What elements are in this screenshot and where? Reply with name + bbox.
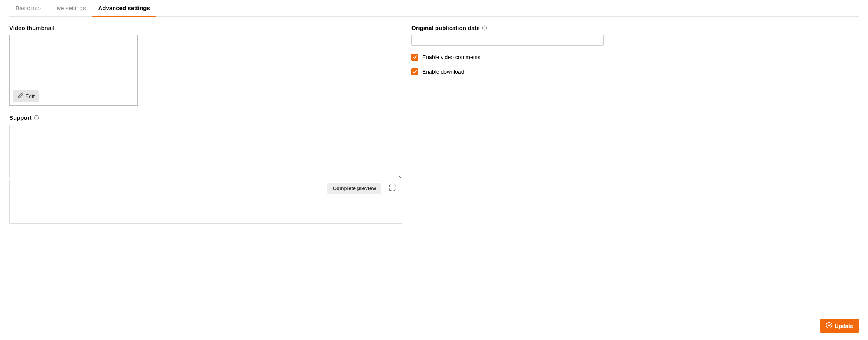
video-thumbnail-label: Video thumbnail	[9, 24, 402, 31]
publication-date-label-text: Original publication date	[411, 24, 480, 31]
enable-download-checkbox[interactable]	[411, 68, 418, 75]
enable-download-row: Enable download	[411, 68, 604, 75]
complete-preview-button[interactable]: Complete preview	[327, 183, 382, 194]
content-area: Video thumbnail Edit Support	[9, 24, 859, 224]
check-icon	[412, 69, 418, 75]
enable-comments-row: Enable video comments	[411, 54, 604, 61]
fullscreen-icon	[388, 184, 396, 193]
support-preview-area	[9, 197, 402, 224]
publication-date-input[interactable]	[411, 35, 604, 46]
support-label: Support	[9, 114, 402, 121]
support-textarea[interactable]	[9, 125, 402, 178]
support-section: Support Complete preview	[9, 114, 402, 224]
help-icon[interactable]	[33, 115, 40, 121]
help-icon[interactable]	[481, 25, 488, 31]
enable-comments-checkbox[interactable]	[411, 54, 418, 61]
tab-advanced-settings[interactable]: Advanced settings	[92, 0, 156, 17]
enable-comments-label[interactable]: Enable video comments	[422, 54, 480, 60]
original-publication-date-section: Original publication date	[411, 24, 604, 46]
support-toolbar: Complete preview	[9, 180, 402, 197]
video-thumbnail-label-text: Video thumbnail	[9, 24, 54, 31]
thumbnail-preview: Edit	[9, 35, 138, 106]
edit-button-label: Edit	[25, 93, 35, 99]
video-thumbnail-section: Video thumbnail Edit	[9, 24, 402, 106]
publication-date-label: Original publication date	[411, 24, 604, 31]
check-icon	[412, 54, 418, 60]
pencil-icon	[18, 92, 24, 100]
support-label-text: Support	[9, 114, 32, 121]
fullscreen-button[interactable]	[387, 182, 398, 194]
enable-download-label[interactable]: Enable download	[422, 69, 464, 75]
edit-thumbnail-button[interactable]: Edit	[13, 90, 39, 102]
tab-live-settings[interactable]: Live settings	[47, 0, 92, 17]
right-column: Original publication date Enable video c…	[411, 24, 604, 224]
left-column: Video thumbnail Edit Support	[9, 24, 402, 224]
tabs-bar: Basic info Live settings Advanced settin…	[9, 0, 859, 17]
tab-basic-info[interactable]: Basic info	[9, 0, 47, 17]
